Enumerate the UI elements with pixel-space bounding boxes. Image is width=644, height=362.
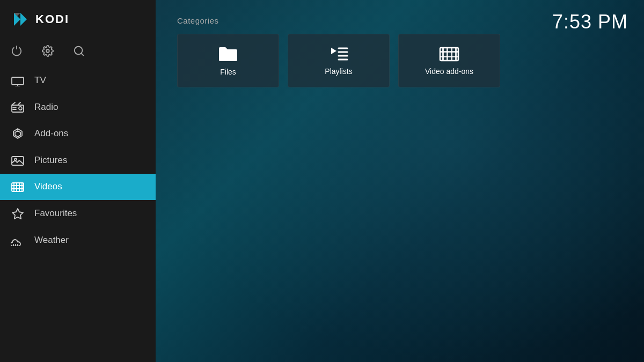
favourites-icon [11, 208, 25, 219]
sidebar-actions [0, 39, 156, 68]
sidebar-header: KODI [0, 0, 156, 39]
sidebar-label-favourites: Favourites [34, 208, 77, 219]
search-icon[interactable] [73, 44, 85, 57]
tv-icon [11, 75, 25, 86]
kodi-logo-icon [11, 10, 30, 29]
pictures-icon [11, 154, 25, 166]
sidebar-label-tv: TV [34, 75, 46, 86]
settings-icon[interactable] [42, 44, 54, 57]
sidebar-label-weather: Weather [34, 235, 69, 246]
sidebar-label-addons: Add-ons [34, 128, 68, 139]
category-card-files[interactable]: Files [177, 34, 279, 87]
weather-icon [11, 234, 25, 246]
sidebar-item-videos[interactable]: Videos [0, 174, 156, 200]
svg-rect-36 [442, 48, 444, 61]
radio-icon [11, 101, 25, 113]
sidebar-nav: TV Radio [0, 68, 156, 362]
sidebar-item-weather[interactable]: Weather [0, 227, 156, 254]
sidebar-label-radio: Radio [34, 102, 58, 113]
sidebar: KODI [0, 0, 156, 362]
svg-point-10 [19, 107, 22, 110]
sidebar-item-tv[interactable]: TV [0, 68, 156, 94]
sidebar-label-videos: Videos [34, 181, 62, 192]
svg-rect-39 [455, 48, 457, 61]
addons-icon [11, 128, 25, 139]
sidebar-item-radio[interactable]: Radio [0, 94, 156, 120]
video-addons-icon [439, 46, 459, 62]
svg-marker-16 [15, 131, 20, 137]
categories-heading: Categories [177, 16, 623, 25]
svg-rect-6 [12, 77, 24, 85]
files-label: Files [220, 68, 236, 76]
main-content: 7:53 PM Categories Files [156, 0, 644, 362]
svg-rect-40 [440, 51, 458, 53]
app-title: KODI [35, 12, 69, 26]
svg-point-3 [46, 49, 49, 53]
videos-icon [11, 181, 25, 193]
svg-line-5 [81, 53, 83, 55]
sidebar-item-pictures[interactable]: Pictures [0, 147, 156, 173]
category-card-video-addons[interactable]: Video add-ons [398, 34, 500, 87]
sidebar-item-favourites[interactable]: Favourites [0, 200, 156, 227]
svg-rect-41 [440, 56, 458, 57]
sidebar-label-pictures: Pictures [34, 155, 67, 166]
power-icon[interactable] [11, 44, 23, 57]
svg-rect-17 [12, 157, 24, 165]
video-addons-label: Video add-ons [425, 67, 473, 76]
playlists-label: Playlists [325, 67, 352, 76]
svg-rect-38 [451, 48, 452, 61]
svg-marker-30 [331, 48, 336, 54]
playlist-icon [329, 46, 348, 62]
sidebar-item-addons[interactable]: Add-ons [0, 120, 156, 147]
svg-rect-37 [447, 48, 448, 61]
folder-icon [218, 45, 238, 62]
svg-marker-1 [20, 13, 27, 26]
categories-grid: Files Playlists [177, 34, 623, 87]
svg-marker-26 [12, 209, 23, 219]
category-card-playlists[interactable]: Playlists [288, 34, 390, 87]
